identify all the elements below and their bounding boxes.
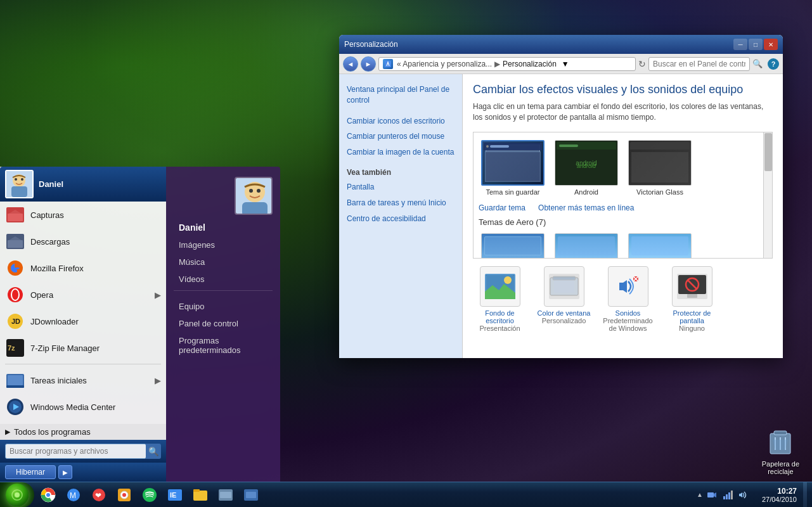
- taskbar-right: ▲: [697, 482, 812, 508]
- search-input[interactable]: [648, 57, 750, 71]
- menu-item-capturas[interactable]: Capturas: [0, 202, 166, 228]
- theme-aero-2[interactable]: [552, 231, 621, 259]
- taskbar-msn[interactable]: M: [62, 484, 85, 506]
- search-icon-button[interactable]: 🔍: [146, 444, 161, 459]
- svg-rect-66: [193, 491, 207, 501]
- sidebar-link-pantalla[interactable]: Pantalla: [339, 179, 462, 195]
- sidebar-main-link[interactable]: Ventana principal del Panel de control: [339, 82, 462, 108]
- save-theme-link[interactable]: Guardar tema: [479, 203, 525, 212]
- svg-point-50: [257, 189, 261, 193]
- all-programs-arrow: ▶: [5, 428, 10, 436]
- sidebar-link-accessibility[interactable]: Centro de accesibilidad: [339, 211, 462, 227]
- get-themes-link[interactable]: Obtener más temas en línea: [538, 203, 634, 212]
- themes-scrollbar[interactable]: [763, 132, 772, 258]
- recycle-bin-icon[interactable]: Papelera dereciclaje: [762, 426, 799, 475]
- hibernate-button[interactable]: Hibernar: [5, 465, 56, 479]
- right-item-panel[interactable]: Panel de control: [166, 315, 280, 332]
- descargas-label: Descargas: [30, 237, 70, 247]
- start-button[interactable]: [0, 482, 34, 508]
- wallpaper-icon-box: [480, 266, 520, 307]
- theme-victorian[interactable]: Victorian Glass: [626, 138, 694, 198]
- theme-aero-1[interactable]: [479, 231, 547, 259]
- taskbar-icon6[interactable]: IE: [164, 484, 186, 506]
- capturas-icon: [5, 205, 25, 225]
- breadcrumb-dropdown[interactable]: ▼: [562, 60, 569, 68]
- hibernate-arrow-button[interactable]: ▶: [58, 465, 72, 479]
- tray-signal-icon[interactable]: [722, 489, 733, 501]
- tray-icon-1[interactable]: [706, 489, 718, 501]
- svg-rect-28: [8, 214, 23, 221]
- svg-text:M: M: [70, 491, 76, 500]
- theme-aero-3[interactable]: [626, 231, 694, 259]
- breadcrumb-item-2[interactable]: Personalización: [503, 60, 557, 68]
- theme-victorian-preview: [628, 140, 692, 186]
- screensaver-sublabel: Ninguno: [665, 324, 719, 332]
- menu-item-7zip[interactable]: 7z 7-Zip File Manager: [0, 335, 166, 361]
- menu-item-tareas[interactable]: Tareas iniciales ▶: [0, 367, 166, 394]
- sidebar-link-icons[interactable]: Cambiar iconos del escritorio: [339, 113, 462, 129]
- taskbar-icon8[interactable]: [214, 484, 237, 506]
- help-button[interactable]: ?: [768, 58, 779, 70]
- taskbar-chrome[interactable]: [37, 484, 60, 506]
- search-input[interactable]: [5, 444, 146, 459]
- bottom-icon-screensaver[interactable]: Protector de pantalla Ninguno: [665, 266, 719, 332]
- all-programs[interactable]: ▶ Todos los programas: [0, 424, 166, 440]
- menu-item-firefox[interactable]: Mozilla Firefox: [0, 255, 166, 281]
- taskbar-explorer[interactable]: [189, 484, 212, 506]
- tray-volume-icon[interactable]: [738, 489, 749, 501]
- opera-label: Opera: [30, 290, 53, 300]
- see-also-title: Vea también: [339, 160, 462, 179]
- menu-item-wmc[interactable]: Windows Media Center: [0, 394, 166, 420]
- start-menu-left: Daniel Capturas Descargas: [0, 167, 166, 482]
- svg-rect-1: [774, 431, 787, 435]
- clock[interactable]: 10:27 27/04/2010: [758, 485, 801, 504]
- svg-text:7z: 7z: [8, 344, 15, 352]
- right-item-videos[interactable]: Vídeos: [166, 271, 280, 288]
- show-desktop-button[interactable]: [803, 482, 807, 508]
- wallpaper-label: Fondo de escritorio: [473, 309, 527, 324]
- bottom-icons-row: Fondo de escritorio Presentación: [473, 266, 773, 332]
- tray-expand[interactable]: ▲: [697, 491, 703, 498]
- sidebar-link-account-pic[interactable]: Cambiar la imagen de la cuenta: [339, 144, 462, 160]
- themes-scroll-area[interactable]: Tema sin guardar android: [473, 132, 773, 259]
- menu-item-jdownloader[interactable]: JD JDownloader: [0, 308, 166, 335]
- search-icon[interactable]: 🔍: [752, 59, 763, 68]
- power-bar: Hibernar ▶: [0, 463, 166, 482]
- right-item-imagenes[interactable]: Imágenes: [166, 236, 280, 254]
- taskbar-icon3[interactable]: ❤: [87, 484, 110, 506]
- refresh-button[interactable]: ↻: [638, 59, 646, 69]
- svg-point-55: [46, 493, 50, 497]
- menu-item-descargas[interactable]: Descargas: [0, 228, 166, 255]
- right-item-musica[interactable]: Música: [166, 254, 280, 271]
- svg-text:❤: ❤: [95, 491, 101, 500]
- theme-unsaved-label: Tema sin guardar: [481, 188, 545, 196]
- sounds-icon-box: [608, 266, 648, 307]
- svg-rect-69: [220, 492, 231, 498]
- svg-rect-21: [687, 294, 697, 298]
- forward-button[interactable]: ►: [361, 56, 376, 72]
- theme-aero-1-preview: [481, 233, 545, 259]
- bottom-icon-color[interactable]: Color de ventana Personalizado: [537, 266, 591, 332]
- theme-android[interactable]: android Android: [552, 138, 621, 198]
- 7zip-icon: 7z: [5, 338, 25, 358]
- bottom-icon-sounds[interactable]: Sonidos Predeterminado de Windows: [601, 266, 655, 332]
- menu-item-opera[interactable]: Opera ▶: [0, 281, 166, 308]
- close-button[interactable]: ✕: [764, 39, 778, 50]
- sidebar-link-mouse[interactable]: Cambiar punteros del mouse: [339, 129, 462, 144]
- right-item-equipo[interactable]: Equipo: [166, 298, 280, 315]
- breadcrumb-item-1[interactable]: « Apariencia y personaliza...: [397, 60, 492, 68]
- taskbar-icon9[interactable]: [240, 484, 262, 506]
- maximize-button[interactable]: □: [749, 39, 763, 50]
- minimize-button[interactable]: ─: [733, 39, 747, 50]
- search-bar: 🔍: [0, 440, 166, 463]
- theme-unsaved[interactable]: Tema sin guardar: [479, 138, 547, 198]
- bottom-icon-wallpaper[interactable]: Fondo de escritorio Presentación: [473, 266, 527, 332]
- sidebar-link-taskbar[interactable]: Barra de tareas y menú Inicio: [339, 195, 462, 211]
- start-menu: Daniel Capturas Descargas: [0, 167, 292, 482]
- svg-text:JD: JD: [11, 318, 20, 325]
- taskbar-paint[interactable]: [113, 484, 136, 506]
- back-button[interactable]: ◄: [343, 56, 358, 72]
- right-item-programas[interactable]: Programas predeterminados: [166, 332, 280, 359]
- user-section: Daniel: [0, 167, 166, 202]
- taskbar-spotify[interactable]: [138, 484, 161, 506]
